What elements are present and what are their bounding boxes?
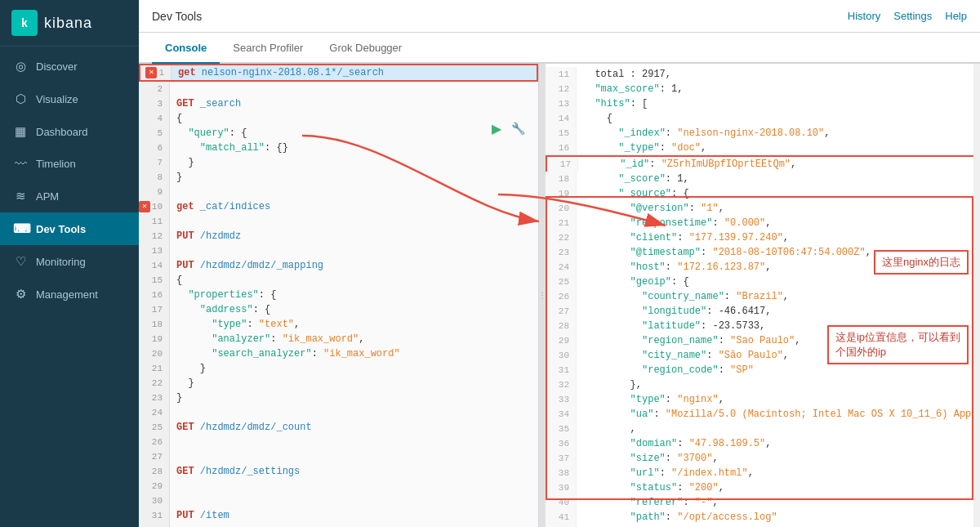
help-button[interactable]: Help [945, 10, 967, 22]
editor-content[interactable]: ✕ 1 get nelson-nginx-2018.08.1*/_search … [139, 64, 538, 527]
scrollbar[interactable] [973, 64, 980, 527]
line-gutter-12: 12 [139, 229, 170, 243]
settings-button[interactable]: Settings [893, 10, 932, 22]
result-line-31: 31 "region_code": "SP" [546, 363, 980, 377]
line-gutter-11: 11 [139, 214, 170, 229]
result-line-18: 18 "_score": 1, [546, 172, 980, 186]
line-gutter-3: 3 [139, 96, 170, 111]
results-panel[interactable]: 11 total : 2917, 12 "max_score": 1, 13 "… [546, 64, 980, 527]
sidebar: k kibana ◎ Discover ⬡ Visualize ▦ Dashbo… [0, 0, 139, 527]
editor-line-18: 18 "type": "text", [139, 317, 538, 332]
sidebar-item-label: Management [36, 288, 98, 301]
line-gutter-26: 26 [139, 435, 170, 449]
result-line-38: 38 "url": "/index.html", [546, 466, 980, 480]
line-gutter-6: 6 [139, 141, 170, 155]
line-gutter-19: 19 [139, 332, 170, 346]
editor-line-14: 14 PUT /hzdmdz/dmdz/_mapping [139, 258, 538, 273]
monitoring-icon: ♡ [13, 254, 28, 269]
line-code-31: PUT /item [170, 508, 229, 523]
visualize-icon: ⬡ [13, 92, 28, 106]
line-code-16: "properties": { [170, 288, 276, 302]
line-code-21: } [170, 361, 206, 376]
editor-line-12: 12 PUT /hzdmdz [139, 229, 538, 243]
sidebar-logo: k kibana [0, 0, 139, 47]
editor-line-30: 30 [139, 494, 538, 508]
sidebar-item-label: Visualize [36, 93, 78, 105]
management-icon: ⚙ [13, 287, 28, 301]
editor-line-27: 27 [139, 449, 538, 464]
line-gutter-1: ✕ 1 [140, 65, 172, 80]
error-icon-1: ✕ [145, 67, 157, 78]
history-button[interactable]: History [848, 10, 880, 22]
line-code-7: } [170, 155, 194, 170]
result-line-12: 12 "max_score": 1, [546, 82, 980, 96]
line-code-25: GET /hzdmdz/dmdz/_count [170, 420, 312, 435]
line-gutter-17: 17 [139, 302, 170, 317]
editor-line-13: 13 [139, 243, 538, 258]
editor-line-31: 31 PUT /item [139, 508, 538, 523]
sidebar-item-devtools[interactable]: ⌨ Dev Tools [0, 212, 139, 245]
editor-line-5: 5 "query": { [139, 126, 538, 141]
result-line-35: 35 , [546, 422, 980, 436]
result-line-20: 20 "@version": "1", [546, 201, 980, 216]
line-code-20: "search_analyzer": "ik_max_word" [170, 346, 400, 361]
sidebar-item-monitoring[interactable]: ♡ Monitoring [0, 245, 139, 278]
sidebar-item-timelion[interactable]: 〰 Timelion [0, 148, 139, 180]
line-gutter-13: 13 [139, 243, 170, 258]
line-gutter-30: 30 [139, 494, 170, 508]
line-gutter-24: 24 [139, 405, 170, 420]
sidebar-item-label: Dev Tools [36, 223, 86, 235]
result-line-28: 28 "latitude": -23.5733, [546, 319, 980, 333]
panel-divider[interactable]: ⋮ [539, 64, 546, 527]
line-code-14: PUT /hzdmdz/dmdz/_mapping [170, 258, 323, 273]
line-gutter-4: 4 [139, 111, 170, 126]
editor-line-1[interactable]: ✕ 1 get nelson-nginx-2018.08.1*/_search [139, 64, 538, 82]
editor-line-26: 26 [139, 435, 538, 449]
editor-line-23: 23 } [139, 391, 538, 405]
run-button[interactable]: ▶ [488, 119, 506, 137]
line-code-18: "type": "text", [170, 317, 300, 332]
line-code-22: } [170, 376, 194, 391]
line-gutter-27: 27 [139, 449, 170, 464]
dashboard-icon: ▦ [13, 124, 28, 139]
sidebar-item-discover[interactable]: ◎ Discover [0, 50, 139, 83]
result-line-29: 29 "region_name": "Sao Paulo", [546, 333, 980, 348]
result-line-33: 33 "type": "nginx", [546, 392, 980, 407]
line-gutter-31: 31 [139, 508, 170, 523]
result-line-19: 19 "_source": { [546, 186, 980, 201]
line-gutter-10: ✕ 10 [139, 199, 170, 214]
timelion-icon: 〰 [13, 157, 28, 171]
sidebar-item-dashboard[interactable]: ▦ Dashboard [0, 115, 139, 148]
editor-line-15: 15 { [139, 273, 538, 288]
editor-line-3: 3 GET _search [139, 96, 538, 111]
sidebar-item-visualize[interactable]: ⬡ Visualize [0, 83, 139, 115]
main-content: Dev Tools History Settings Help Console … [139, 0, 980, 527]
result-line-41: 41 "path": "/opt/access.log" [546, 510, 980, 525]
tabs-bar: Console Search Profiler Grok Debugger [139, 33, 980, 64]
line-gutter-32: 32 [139, 523, 170, 527]
sidebar-item-label: Monitoring [36, 256, 86, 268]
editor-line-19: 19 "analyzer": "ik_max_word", [139, 332, 538, 346]
line-code-12: PUT /hzdmdz [170, 229, 241, 243]
sidebar-item-label: Timelion [36, 158, 76, 170]
result-line-26: 26 "country_name": "Brazil", [546, 289, 980, 304]
editor-line-6: 6 "match_all": {} [139, 141, 538, 155]
editor-line-9: 9 [139, 185, 538, 199]
line-code-28: GET /hzdmdz/_settings [170, 464, 300, 479]
tab-console[interactable]: Console [152, 33, 220, 64]
tab-grok-debugger[interactable]: Grok Debugger [316, 33, 415, 64]
topbar-actions: History Settings Help [848, 10, 967, 22]
settings-button[interactable]: 🔧 [509, 119, 527, 137]
results-content: 11 total : 2917, 12 "max_score": 1, 13 "… [546, 64, 980, 527]
sidebar-item-management[interactable]: ⚙ Management [0, 278, 139, 310]
editor-line-10: ✕ 10 get _cat/indices [139, 199, 538, 214]
line-gutter-21: 21 [139, 361, 170, 376]
error-icon-10: ✕ [139, 201, 150, 212]
result-line-17: 17 "_id": "Z5rhImUBpfIOprtEEtQm", [546, 155, 980, 172]
result-line-14: 14 { [546, 111, 980, 126]
tab-search-profiler[interactable]: Search Profiler [220, 33, 316, 64]
editor-area: ✕ 1 get nelson-nginx-2018.08.1*/_search … [139, 64, 980, 527]
sidebar-item-apm[interactable]: ≋ APM [0, 180, 139, 212]
line-gutter-2: 2 [139, 82, 170, 96]
result-line-21: 21 "responsetime": "0.000", [546, 216, 980, 230]
